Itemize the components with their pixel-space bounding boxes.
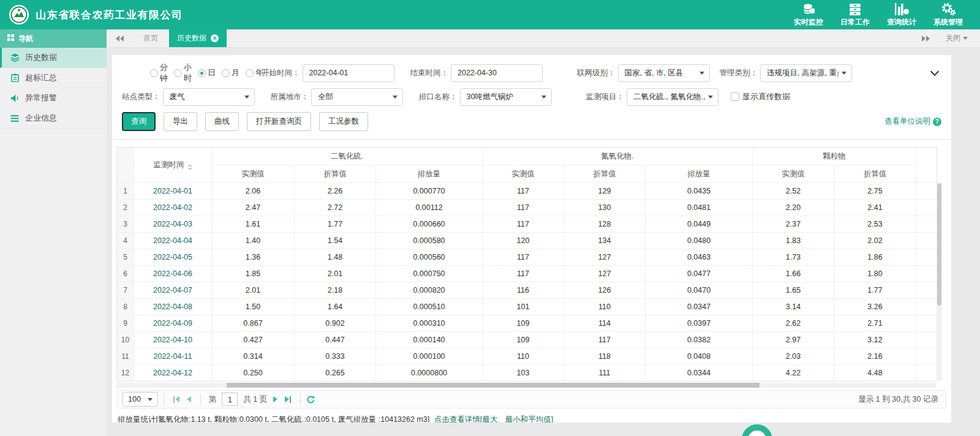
period-radio[interactable]: 小时 [174, 62, 192, 84]
monitor-date-link[interactable]: 2022-04-08 [134, 299, 212, 315]
select-value: 二氧化硫., 氮氧化物., 颗粒 [633, 92, 705, 102]
vertical-scrollbar[interactable] [937, 183, 942, 381]
nav-daily-work[interactable]: 日常工作 [840, 2, 870, 28]
row-index: 9 [117, 315, 134, 332]
monitor-date-link[interactable]: 2022-04-01 [134, 183, 212, 200]
value-cell: 0.000100 [376, 348, 483, 365]
empty-cell [916, 365, 937, 382]
monitor-date-link[interactable]: 2022-04-04 [134, 233, 212, 249]
vertical-scrollbar-thumb[interactable] [937, 183, 941, 306]
nav-realtime-monitor[interactable]: 实时监控 [794, 2, 823, 28]
table-body: 12022-04-012.062.260.0007701171290.04352… [117, 183, 937, 382]
sidebar-item-exceed-summary[interactable]: 超标汇总 [0, 68, 107, 88]
first-page-button[interactable] [170, 396, 183, 403]
empty-cell [916, 200, 937, 216]
nav-label: 日常工作 [840, 17, 870, 28]
period-radio[interactable]: 月 [222, 67, 239, 78]
tab-close-icon[interactable]: × [211, 34, 219, 42]
horizontal-scrollbar-thumb[interactable] [227, 383, 760, 388]
city-select[interactable]: 全部 [311, 88, 403, 106]
value-cell: 126 [564, 282, 646, 299]
status-bar: 排放量统计[氮氧化物:1.13 t, 颗粒物:0.0300 t, 二氧化硫.:0… [112, 408, 951, 423]
radio-icon [246, 69, 254, 77]
row-index: 10 [117, 332, 134, 348]
sidebar-item-enterprise-info[interactable]: 企业信息 [0, 108, 107, 129]
end-time-input[interactable]: 2022-04-30 [451, 64, 543, 82]
curve-button[interactable]: 曲线 [205, 112, 239, 131]
value-cell: 2.20 [753, 200, 834, 216]
start-time-input[interactable]: 2022-04-01 [303, 64, 394, 82]
export-button[interactable]: 导出 [164, 112, 197, 131]
monitor-date-link[interactable]: 2022-04-07 [134, 282, 212, 299]
monitor-time-header[interactable]: 监测时间 [134, 148, 212, 183]
value-cell: 2.01 [295, 266, 376, 282]
subcol-header: 实测值 [753, 165, 834, 183]
direct-data-checkbox[interactable]: 显示直传数据 [731, 91, 790, 102]
nav-system-management[interactable]: 系统管理 [933, 2, 963, 28]
subcol-header: 排放量 [376, 165, 483, 183]
prev-page-button[interactable] [183, 396, 195, 402]
monitor-date-link[interactable]: 2022-04-10 [134, 332, 212, 348]
period-radio[interactable]: 分钟 [150, 62, 168, 84]
monitor-date-link[interactable]: 2022-04-09 [134, 315, 212, 332]
value-cell: 2.75 [834, 183, 916, 200]
empty-cell [916, 299, 937, 315]
next-page-button[interactable] [270, 396, 281, 402]
refresh-icon[interactable] [306, 395, 315, 404]
monitor-items-select[interactable]: 二氧化硫., 氮氧化物., 颗粒 [627, 88, 718, 106]
monitor-date-link[interactable]: 2022-04-11 [134, 348, 212, 365]
value-cell: 117 [483, 216, 564, 233]
checkbox-label: 显示直传数据 [742, 91, 790, 102]
monitor-date-link[interactable]: 2022-04-05 [134, 249, 212, 266]
value-cell: 2.18 [295, 282, 376, 299]
value-cell: 0.0435 [646, 183, 753, 200]
outlet-name-select[interactable]: 30吨燃气锅炉 [460, 88, 552, 106]
value-cell: 2.62 [753, 315, 834, 332]
monitor-date-link[interactable]: 2022-04-02 [134, 200, 212, 216]
monitor-date-link[interactable]: 2022-04-12 [134, 365, 212, 382]
period-radio[interactable]: 年 [246, 67, 263, 78]
layers-icon [10, 53, 20, 62]
monitor-date-link[interactable]: 2022-04-06 [134, 266, 212, 282]
collapse-filters-icon[interactable] [930, 67, 939, 76]
condition-params-button[interactable]: 工况参数 [319, 112, 368, 131]
station-type-select[interactable]: 废气 [163, 88, 255, 106]
nav-query-statistics[interactable]: 查询统计 [887, 2, 916, 28]
value-cell: 0.314 [212, 348, 295, 365]
divider [112, 139, 951, 140]
tab-history-data[interactable]: 历史数据 × [169, 29, 227, 47]
emission-stats-text: 排放量统计[氮氧化物:1.13 t, 颗粒物:0.0300 t, 二氧化硫.:0… [118, 415, 429, 423]
app-header: 山东省联合农药工业有限公司 实时监控 [0, 0, 980, 29]
empty-cell [916, 233, 937, 249]
select-value: 国家, 省, 市, 区县 [625, 68, 684, 78]
query-button[interactable]: 查询 [122, 112, 156, 131]
value-cell: 1.73 [753, 249, 834, 266]
database-icon [801, 2, 816, 16]
close-tabs-menu[interactable]: 关闭 [946, 33, 968, 43]
current-page-input[interactable]: 1 [222, 393, 238, 406]
page-size-select[interactable]: 100 [123, 392, 158, 407]
monitor-time-label: 监测时间 [154, 160, 184, 169]
sidebar-item-history-data[interactable]: 历史数据 [0, 48, 107, 68]
network-level-select[interactable]: 国家, 省, 市, 区县 [618, 64, 710, 82]
view-details-link[interactable]: 点击查看详情[最大、最小和平均值] [434, 415, 553, 423]
open-new-query-button[interactable]: 打开新查询页 [247, 112, 311, 131]
monitor-date-link[interactable]: 2022-04-03 [134, 216, 212, 233]
tab-home[interactable]: 首页 [132, 29, 169, 47]
value-cell: 0.250 [212, 365, 295, 382]
sidebar-item-abnormal-alarm[interactable]: 异常报警 [0, 88, 107, 108]
manage-type-select[interactable]: 违规项目, 高架源, 重点排污 [760, 64, 852, 82]
last-page-button[interactable] [281, 396, 295, 403]
nav-label: 查询统计 [887, 17, 916, 28]
unit-description-link[interactable]: 查看单位说明 ? [884, 116, 941, 127]
floating-button[interactable] [742, 424, 772, 436]
tabs-scroll-right-icon[interactable] [922, 36, 930, 42]
value-cell: 2.37 [753, 216, 834, 233]
table-row: 122022-04-120.2500.2650.00008001031110.0… [117, 365, 937, 382]
period-radio[interactable]: 日 [198, 67, 216, 78]
tabs-scroll-left-icon[interactable] [107, 29, 132, 47]
horizontal-scrollbar[interactable] [116, 383, 937, 388]
value-cell: 3.12 [834, 332, 916, 348]
value-cell: 0.427 [212, 332, 295, 348]
group-header-so2: 二氧化硫. [212, 148, 483, 165]
